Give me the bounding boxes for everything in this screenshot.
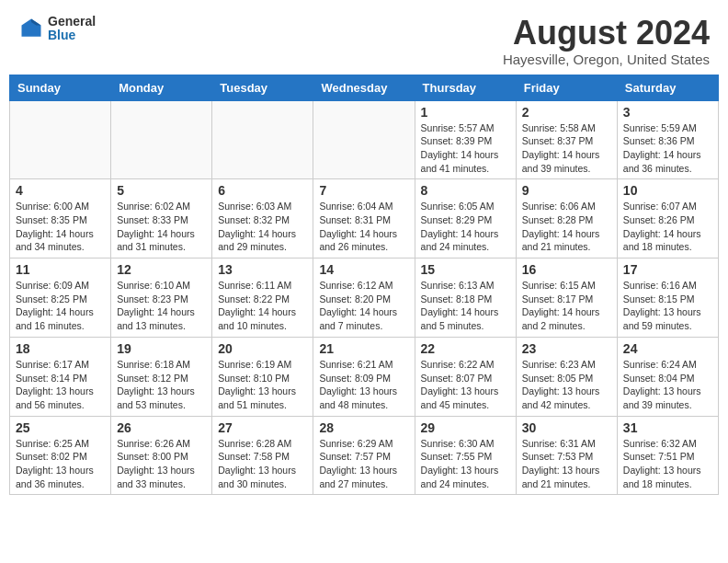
day-number: 31 bbox=[623, 420, 712, 435]
day-cell: 1Sunrise: 5:57 AM Sunset: 8:39 PM Daylig… bbox=[415, 100, 516, 179]
calendar-table: SundayMondayTuesdayWednesdayThursdayFrid… bbox=[9, 75, 719, 496]
col-header-friday: Friday bbox=[516, 75, 617, 100]
day-info: Sunrise: 6:32 AM Sunset: 7:51 PM Dayligh… bbox=[623, 437, 712, 491]
col-header-tuesday: Tuesday bbox=[212, 75, 313, 100]
day-cell bbox=[111, 100, 212, 179]
day-info: Sunrise: 6:28 AM Sunset: 7:58 PM Dayligh… bbox=[218, 437, 307, 491]
day-info: Sunrise: 6:17 AM Sunset: 8:14 PM Dayligh… bbox=[16, 358, 105, 412]
day-cell: 28Sunrise: 6:29 AM Sunset: 7:57 PM Dayli… bbox=[313, 416, 415, 495]
day-cell: 31Sunrise: 6:32 AM Sunset: 7:51 PM Dayli… bbox=[617, 416, 718, 495]
day-info: Sunrise: 6:15 AM Sunset: 8:17 PM Dayligh… bbox=[522, 279, 611, 333]
col-header-thursday: Thursday bbox=[415, 75, 516, 100]
day-info: Sunrise: 6:19 AM Sunset: 8:10 PM Dayligh… bbox=[218, 358, 307, 412]
day-number: 8 bbox=[421, 183, 510, 198]
day-cell: 26Sunrise: 6:26 AM Sunset: 8:00 PM Dayli… bbox=[111, 416, 212, 495]
day-info: Sunrise: 6:13 AM Sunset: 8:18 PM Dayligh… bbox=[421, 279, 510, 333]
day-info: Sunrise: 6:06 AM Sunset: 8:28 PM Dayligh… bbox=[522, 200, 611, 254]
day-number: 13 bbox=[218, 262, 307, 277]
day-info: Sunrise: 5:58 AM Sunset: 8:37 PM Dayligh… bbox=[522, 121, 611, 176]
logo-blue-label: Blue bbox=[48, 29, 96, 42]
day-cell: 21Sunrise: 6:21 AM Sunset: 8:09 PM Dayli… bbox=[313, 337, 415, 416]
day-cell: 5Sunrise: 6:02 AM Sunset: 8:33 PM Daylig… bbox=[111, 179, 212, 259]
day-info: Sunrise: 5:57 AM Sunset: 8:39 PM Dayligh… bbox=[421, 121, 510, 176]
day-cell: 17Sunrise: 6:16 AM Sunset: 8:15 PM Dayli… bbox=[617, 259, 718, 338]
day-number: 4 bbox=[16, 183, 105, 198]
day-number: 26 bbox=[117, 420, 206, 435]
day-number: 19 bbox=[117, 341, 206, 356]
day-cell: 8Sunrise: 6:05 AM Sunset: 8:29 PM Daylig… bbox=[415, 179, 516, 259]
day-cell: 11Sunrise: 6:09 AM Sunset: 8:25 PM Dayli… bbox=[10, 259, 111, 338]
day-number: 24 bbox=[623, 341, 712, 356]
day-cell: 2Sunrise: 5:58 AM Sunset: 8:37 PM Daylig… bbox=[516, 100, 617, 179]
day-number: 27 bbox=[218, 420, 307, 435]
col-header-monday: Monday bbox=[111, 75, 212, 100]
day-cell: 3Sunrise: 5:59 AM Sunset: 8:36 PM Daylig… bbox=[617, 100, 718, 179]
day-cell: 10Sunrise: 6:07 AM Sunset: 8:26 PM Dayli… bbox=[617, 179, 718, 259]
day-number: 12 bbox=[117, 262, 206, 277]
day-cell: 29Sunrise: 6:30 AM Sunset: 7:55 PM Dayli… bbox=[415, 416, 516, 495]
day-number: 9 bbox=[522, 183, 611, 198]
day-number: 3 bbox=[623, 105, 712, 120]
day-info: Sunrise: 6:25 AM Sunset: 8:02 PM Dayligh… bbox=[16, 437, 105, 491]
week-row-3: 11Sunrise: 6:09 AM Sunset: 8:25 PM Dayli… bbox=[10, 259, 719, 338]
day-info: Sunrise: 6:07 AM Sunset: 8:26 PM Dayligh… bbox=[623, 200, 712, 254]
day-cell: 20Sunrise: 6:19 AM Sunset: 8:10 PM Dayli… bbox=[212, 337, 313, 416]
day-info: Sunrise: 6:00 AM Sunset: 8:35 PM Dayligh… bbox=[16, 200, 105, 254]
day-info: Sunrise: 6:03 AM Sunset: 8:32 PM Dayligh… bbox=[218, 200, 307, 254]
day-number: 21 bbox=[319, 341, 408, 356]
day-info: Sunrise: 6:24 AM Sunset: 8:04 PM Dayligh… bbox=[623, 358, 712, 412]
day-number: 16 bbox=[522, 262, 611, 277]
day-number: 22 bbox=[421, 341, 510, 356]
day-number: 11 bbox=[16, 262, 105, 277]
title-section: August 2024 Hayesville, Oregon, United S… bbox=[503, 15, 710, 67]
page-subtitle: Hayesville, Oregon, United States bbox=[503, 52, 710, 67]
week-row-4: 18Sunrise: 6:17 AM Sunset: 8:14 PM Dayli… bbox=[10, 337, 719, 416]
day-info: Sunrise: 6:31 AM Sunset: 7:53 PM Dayligh… bbox=[522, 437, 611, 491]
day-number: 14 bbox=[319, 262, 408, 277]
logo-icon bbox=[18, 16, 44, 41]
day-info: Sunrise: 6:05 AM Sunset: 8:29 PM Dayligh… bbox=[421, 200, 510, 254]
day-cell: 4Sunrise: 6:00 AM Sunset: 8:35 PM Daylig… bbox=[10, 179, 111, 259]
week-row-5: 25Sunrise: 6:25 AM Sunset: 8:02 PM Dayli… bbox=[10, 416, 719, 495]
day-info: Sunrise: 5:59 AM Sunset: 8:36 PM Dayligh… bbox=[623, 121, 712, 176]
day-info: Sunrise: 6:30 AM Sunset: 7:55 PM Dayligh… bbox=[421, 437, 510, 491]
day-cell bbox=[212, 100, 313, 179]
day-number: 18 bbox=[16, 341, 105, 356]
day-number: 15 bbox=[421, 262, 510, 277]
day-cell: 18Sunrise: 6:17 AM Sunset: 8:14 PM Dayli… bbox=[10, 337, 111, 416]
header-row: SundayMondayTuesdayWednesdayThursdayFrid… bbox=[10, 75, 719, 100]
day-info: Sunrise: 6:23 AM Sunset: 8:05 PM Dayligh… bbox=[522, 358, 611, 412]
day-number: 6 bbox=[218, 183, 307, 198]
day-number: 2 bbox=[522, 105, 611, 120]
day-cell: 25Sunrise: 6:25 AM Sunset: 8:02 PM Dayli… bbox=[10, 416, 111, 495]
logo-text: General Blue bbox=[48, 15, 96, 43]
calendar-wrapper: SundayMondayTuesdayWednesdayThursdayFrid… bbox=[0, 75, 728, 505]
day-number: 25 bbox=[16, 420, 105, 435]
day-info: Sunrise: 6:10 AM Sunset: 8:23 PM Dayligh… bbox=[117, 279, 206, 333]
day-cell: 12Sunrise: 6:10 AM Sunset: 8:23 PM Dayli… bbox=[111, 259, 212, 338]
calendar-header: SundayMondayTuesdayWednesdayThursdayFrid… bbox=[10, 75, 719, 100]
day-number: 29 bbox=[421, 420, 510, 435]
day-number: 20 bbox=[218, 341, 307, 356]
week-row-1: 1Sunrise: 5:57 AM Sunset: 8:39 PM Daylig… bbox=[10, 100, 719, 179]
day-info: Sunrise: 6:02 AM Sunset: 8:33 PM Dayligh… bbox=[117, 200, 206, 254]
calendar-body: 1Sunrise: 5:57 AM Sunset: 8:39 PM Daylig… bbox=[10, 100, 719, 495]
day-number: 5 bbox=[117, 183, 206, 198]
day-info: Sunrise: 6:12 AM Sunset: 8:20 PM Dayligh… bbox=[319, 279, 408, 333]
day-cell: 9Sunrise: 6:06 AM Sunset: 8:28 PM Daylig… bbox=[516, 179, 617, 259]
day-cell: 27Sunrise: 6:28 AM Sunset: 7:58 PM Dayli… bbox=[212, 416, 313, 495]
day-number: 23 bbox=[522, 341, 611, 356]
day-info: Sunrise: 6:29 AM Sunset: 7:57 PM Dayligh… bbox=[319, 437, 408, 491]
day-cell: 14Sunrise: 6:12 AM Sunset: 8:20 PM Dayli… bbox=[313, 259, 415, 338]
day-cell: 24Sunrise: 6:24 AM Sunset: 8:04 PM Dayli… bbox=[617, 337, 718, 416]
day-number: 7 bbox=[319, 183, 408, 198]
week-row-2: 4Sunrise: 6:00 AM Sunset: 8:35 PM Daylig… bbox=[10, 179, 719, 259]
day-info: Sunrise: 6:11 AM Sunset: 8:22 PM Dayligh… bbox=[218, 279, 307, 333]
day-number: 17 bbox=[623, 262, 712, 277]
logo: General Blue bbox=[18, 15, 96, 43]
day-cell: 16Sunrise: 6:15 AM Sunset: 8:17 PM Dayli… bbox=[516, 259, 617, 338]
day-info: Sunrise: 6:16 AM Sunset: 8:15 PM Dayligh… bbox=[623, 279, 712, 333]
day-number: 1 bbox=[421, 105, 510, 120]
day-info: Sunrise: 6:26 AM Sunset: 8:00 PM Dayligh… bbox=[117, 437, 206, 491]
day-cell: 23Sunrise: 6:23 AM Sunset: 8:05 PM Dayli… bbox=[516, 337, 617, 416]
